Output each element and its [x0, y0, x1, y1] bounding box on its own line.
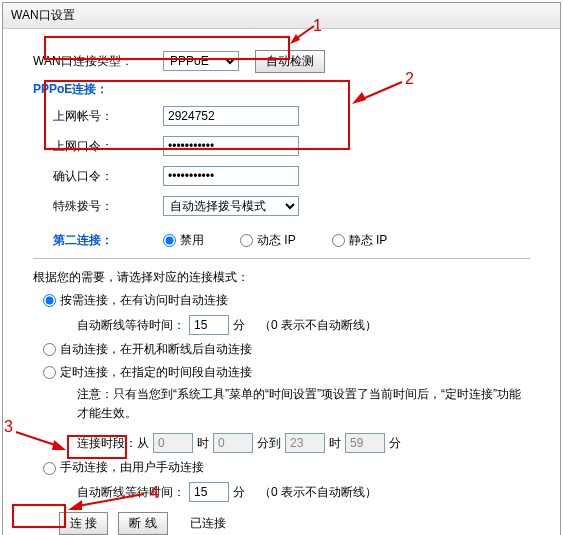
radio-manual-label: 手动连接，由用户手动连接	[60, 460, 204, 474]
marker-3: 3	[4, 418, 13, 436]
from-min-input	[213, 433, 253, 453]
marker-2: 2	[405, 70, 414, 88]
mode-timed-option[interactable]: 定时连接，在指定的时间段自动连接	[43, 365, 252, 379]
confirm-row: 确认口令：	[53, 164, 530, 188]
radio-disable[interactable]	[163, 234, 176, 247]
settings-panel: WAN口设置 WAN口连接类型： PPPoE 自动检测 PPPoE连接： 上网帐…	[2, 2, 561, 535]
timed-note: 注意：只有当您到“系统工具”菜单的“时间设置”项设置了当前时间后，“定时连接”功…	[77, 385, 530, 423]
mode-on-demand: 按需连接，在有访问时自动连接 自动断线等待时间： 分 （0 表示不自动断线）	[43, 292, 530, 335]
radio-manual[interactable]	[43, 462, 56, 475]
radio-disable-label: 禁用	[180, 232, 204, 249]
second-conn-static[interactable]: 静态 IP	[332, 232, 388, 249]
password-label: 上网口令：	[53, 138, 163, 155]
h2: 时	[329, 435, 341, 452]
account-input[interactable]	[163, 106, 299, 126]
radio-on-demand-label: 按需连接，在有访问时自动连接	[60, 293, 228, 307]
h1: 时	[197, 435, 209, 452]
account-label: 上网帐号：	[53, 108, 163, 125]
password-row: 上网口令：	[53, 134, 530, 158]
to-hour-input	[285, 433, 325, 453]
special-dial-row: 特殊拨号： 自动选择拨号模式	[53, 194, 530, 218]
account-row: 上网帐号：	[53, 104, 530, 128]
wan-type-select[interactable]: PPPoE	[163, 51, 239, 71]
wait-label-a: 自动断线等待时间：	[77, 317, 185, 334]
panel-content: WAN口连接类型： PPPoE 自动检测 PPPoE连接： 上网帐号： 上网口令…	[3, 29, 560, 535]
manual-wait: 自动断线等待时间： 分 （0 表示不自动断线）	[77, 482, 530, 502]
mode-auto-option[interactable]: 自动连接，在开机和断线后自动连接	[43, 342, 252, 356]
radio-timed-label: 定时连接，在指定的时间段自动连接	[60, 365, 252, 379]
auto-detect-button[interactable]: 自动检测	[255, 50, 325, 73]
password-input[interactable]	[163, 136, 299, 156]
on-demand-wait: 自动断线等待时间： 分 （0 表示不自动断线）	[77, 315, 530, 335]
mode-prompt: 根据您的需要，请选择对应的连接模式：	[33, 269, 530, 286]
confirm-input[interactable]	[163, 166, 299, 186]
second-conn-disable[interactable]: 禁用	[163, 232, 204, 249]
mode-on-demand-option[interactable]: 按需连接，在有访问时自动连接	[43, 293, 228, 307]
mode-manual: 手动连接，由用户手动连接 自动断线等待时间： 分 （0 表示不自动断线）	[43, 459, 530, 502]
period-label: 连接时段：从	[77, 435, 149, 452]
wan-type-row: WAN口连接类型： PPPoE 自动检测	[33, 49, 530, 73]
second-conn-options: 禁用 动态 IP 静态 IP	[163, 232, 387, 249]
panel-title: WAN口设置	[3, 3, 560, 29]
special-dial-label: 特殊拨号：	[53, 198, 163, 215]
wan-type-label: WAN口连接类型：	[33, 53, 163, 70]
radio-dynamic-label: 动态 IP	[257, 232, 296, 249]
radio-auto-label: 自动连接，在开机和断线后自动连接	[60, 342, 252, 356]
m2: 分	[389, 435, 401, 452]
radio-static[interactable]	[332, 234, 345, 247]
connection-status: 已连接	[190, 515, 226, 532]
second-conn-row: 第二连接： 禁用 动态 IP 静态 IP	[53, 228, 530, 252]
connect-button[interactable]: 连 接	[59, 512, 108, 535]
confirm-label: 确认口令：	[53, 168, 163, 185]
radio-on-demand[interactable]	[43, 294, 56, 307]
timed-period: 连接时段：从 时 分到 时 分	[77, 433, 530, 453]
to-min-input	[345, 433, 385, 453]
radio-static-label: 静态 IP	[349, 232, 388, 249]
note-b: （0 表示不自动断线）	[259, 484, 377, 501]
pppoe-header: PPPoE连接：	[33, 81, 530, 98]
note-a: （0 表示不自动断线）	[259, 317, 377, 334]
wait-input-a[interactable]	[189, 315, 229, 335]
divider	[33, 258, 530, 259]
m1: 分到	[257, 435, 281, 452]
radio-dynamic[interactable]	[240, 234, 253, 247]
disconnect-button[interactable]: 断 线	[118, 512, 167, 535]
wait-input-b[interactable]	[189, 482, 229, 502]
radio-timed[interactable]	[43, 366, 56, 379]
connection-buttons: 连 接 断 线 已连接	[59, 512, 530, 535]
from-hour-input	[153, 433, 193, 453]
min-a: 分	[233, 317, 245, 334]
min-b: 分	[233, 484, 245, 501]
second-conn-header: 第二连接：	[53, 232, 163, 249]
second-conn-dynamic[interactable]: 动态 IP	[240, 232, 296, 249]
marker-4: 4	[150, 484, 159, 502]
radio-auto[interactable]	[43, 343, 56, 356]
special-dial-select[interactable]: 自动选择拨号模式	[163, 196, 299, 216]
wait-label-b: 自动断线等待时间：	[77, 484, 185, 501]
mode-manual-option[interactable]: 手动连接，由用户手动连接	[43, 460, 204, 474]
marker-1: 1	[313, 17, 322, 35]
mode-auto: 自动连接，在开机和断线后自动连接	[43, 341, 530, 358]
mode-timed: 定时连接，在指定的时间段自动连接 注意：只有当您到“系统工具”菜单的“时间设置”…	[43, 364, 530, 453]
